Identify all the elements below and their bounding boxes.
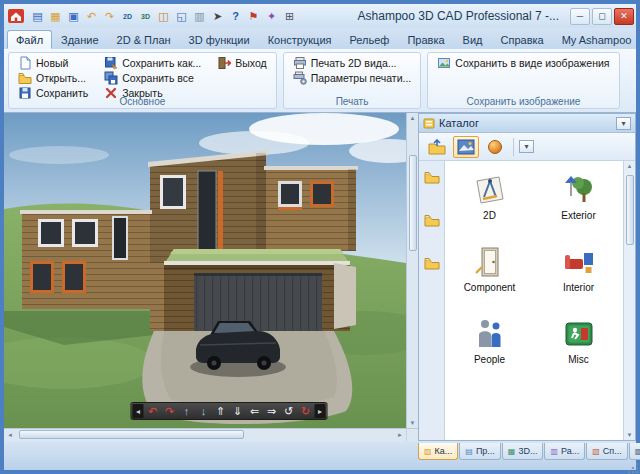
vertical-scroll-thumb[interactable] — [409, 155, 417, 251]
catalog-item-label: Component — [464, 282, 516, 293]
catalog-item-interior[interactable]: Interior — [534, 245, 623, 293]
minimize-button[interactable]: ─ — [570, 8, 590, 25]
view-2d-icon[interactable]: 2D — [119, 8, 136, 25]
new-project-icon[interactable]: ▤ — [29, 8, 46, 25]
redo-icon[interactable]: ↷ — [101, 8, 118, 25]
save-all-button[interactable]: Сохранить все — [102, 70, 203, 85]
tilt-down-icon[interactable]: ↓ — [196, 404, 212, 419]
catalog-vertical-scrollbar[interactable]: ▲ ▼ — [623, 161, 635, 440]
scroll-up-icon[interactable]: ▲ — [627, 163, 633, 169]
move-down-icon[interactable]: ⇓ — [230, 404, 246, 419]
horizontal-scroll-track[interactable] — [16, 429, 394, 441]
move-right-icon[interactable]: ⇒ — [264, 404, 280, 419]
panel-menu-button[interactable]: ▾ — [616, 117, 631, 130]
print-2d-button[interactable]: Печать 2D вида... — [291, 55, 414, 70]
scene-3d-house[interactable] — [4, 113, 406, 428]
open-label: Открыть... — [36, 72, 86, 84]
panel-tab-label: Ка... — [435, 446, 453, 456]
window-cascade-icon[interactable]: ◱ — [173, 8, 190, 25]
panel-tab-panel[interactable]: ▩ Па... — [629, 443, 640, 460]
up-level-icon — [428, 139, 446, 155]
catalog-item-people[interactable]: People — [445, 317, 534, 365]
panel-tab-work[interactable]: ▥ Ра... — [544, 443, 585, 460]
horizontal-scroll-thumb[interactable] — [19, 430, 244, 439]
catalog-folder-strip — [419, 161, 445, 440]
save-as-label: Сохранить как... — [122, 57, 201, 69]
select-tool-icon[interactable]: ➤ — [209, 8, 226, 25]
close-button[interactable]: ✕ — [614, 8, 634, 25]
open-project-icon[interactable]: ▦ — [47, 8, 64, 25]
tab-2d-plan[interactable]: 2D & План — [108, 30, 180, 49]
ribbon-group-print: Печать 2D вида... Параметры печати... Пе… — [283, 52, 422, 109]
scroll-up-icon[interactable]: ▲ — [410, 115, 416, 121]
tab-building[interactable]: Здание — [52, 30, 108, 49]
orbit-left-icon[interactable]: ↺ — [281, 404, 297, 419]
maximize-button[interactable]: ◻ — [592, 8, 612, 25]
viewport-nav-toolbar: ◂ ↶ ↷ ↑ ↓ ⇑ ⇓ ⇐ ⇒ ↺ ↻ ▸ — [131, 402, 328, 420]
tab-construction[interactable]: Конструкция — [259, 30, 341, 49]
save-as-button[interactable]: Сохранить как... — [102, 55, 203, 70]
window-grid-icon[interactable]: ▥ — [191, 8, 208, 25]
move-up-icon[interactable]: ⇑ — [213, 404, 229, 419]
folder-icon[interactable] — [424, 171, 440, 184]
tab-terrain[interactable]: Рельеф — [341, 30, 399, 49]
scroll-down-icon[interactable]: ▼ — [410, 420, 416, 426]
tab-3d-functions[interactable]: 3D функции — [180, 30, 259, 49]
folder-icon[interactable] — [424, 257, 440, 270]
rotate-left-icon[interactable]: ↶ — [145, 404, 161, 419]
orbit-right-icon[interactable]: ↻ — [298, 404, 314, 419]
tab-help[interactable]: Справка — [492, 30, 553, 49]
measure-tool-icon[interactable]: ⊞ — [281, 8, 298, 25]
tab-my-ashampoo[interactable]: My Ashampoo — [553, 30, 640, 49]
scroll-down-icon[interactable]: ▼ — [627, 432, 633, 438]
tilt-up-icon[interactable]: ↑ — [179, 404, 195, 419]
catalog-item-misc[interactable]: Misc — [534, 317, 623, 365]
save-project-icon[interactable]: ▣ — [65, 8, 82, 25]
new-page-icon — [18, 56, 32, 70]
catalog-item-label: People — [474, 354, 505, 365]
viewport-vertical-scrollbar[interactable]: ▲ ▼ — [406, 113, 418, 428]
panel-tab-catalog[interactable]: ▨ Ка... — [418, 443, 458, 460]
folder-icon[interactable] — [424, 214, 440, 227]
catalog-item-2d[interactable]: 2D — [445, 173, 534, 221]
print-settings-button[interactable]: Параметры печати... — [291, 70, 414, 85]
scroll-right-icon[interactable]: ► — [394, 432, 406, 438]
catalog-toolbar: ▾ — [419, 133, 635, 161]
flag-tool-icon[interactable]: ⚑ — [245, 8, 262, 25]
catalog-dropdown-button[interactable]: ▾ — [519, 140, 534, 153]
undo-icon[interactable]: ↶ — [83, 8, 100, 25]
exit-button[interactable]: Выход — [215, 55, 268, 70]
open-button[interactable]: Открыть... — [16, 70, 90, 85]
resize-grip[interactable] — [627, 461, 639, 473]
tab-file[interactable]: Файл — [7, 30, 52, 49]
move-left-icon[interactable]: ⇐ — [247, 404, 263, 419]
panel-tabs: ▨ Ка... ▤ Пр... ▦ 3D... ▥ Ра... ▧ Сп... … — [418, 443, 640, 460]
viewport-3d[interactable]: ▲ ▼ ◂ ↶ ↷ ↑ ↓ ⇑ ⇓ ⇐ ⇒ ↺ ↻ ▸ — [4, 113, 418, 428]
tab-view[interactable]: Вид — [454, 30, 492, 49]
nav-scroll-left-button[interactable]: ◂ — [133, 404, 144, 418]
viewport-horizontal-scrollbar[interactable]: ◄ ► — [4, 428, 418, 441]
category-2d-icon — [473, 173, 507, 207]
new-button[interactable]: Новый — [16, 55, 90, 70]
rotate-right-icon[interactable]: ↷ — [162, 404, 178, 419]
window-tile-icon[interactable]: ◫ — [155, 8, 172, 25]
catalog-view-button[interactable] — [453, 136, 479, 158]
panel-tab-icon: ▩ — [635, 447, 640, 456]
catalog-item-component[interactable]: Component — [445, 245, 534, 293]
bottom-bar: ▨ Ка... ▤ Пр... ▦ 3D... ▥ Ра... ▧ Сп... … — [4, 441, 636, 470]
panel-tab-3d[interactable]: ▦ 3D... — [502, 443, 544, 460]
catalog-item-exterior[interactable]: Exterior — [534, 173, 623, 221]
materials-button[interactable] — [482, 136, 508, 158]
print-settings-label: Параметры печати... — [311, 72, 412, 84]
save-as-image-button[interactable]: Сохранить в виде изображения — [435, 55, 611, 70]
nav-scroll-right-button[interactable]: ▸ — [315, 404, 326, 418]
tab-edit[interactable]: Правка — [398, 30, 453, 49]
up-level-button[interactable] — [424, 136, 450, 158]
scroll-left-icon[interactable]: ◄ — [4, 432, 16, 438]
view-3d-icon[interactable]: 3D — [137, 8, 154, 25]
catalog-scroll-thumb[interactable] — [626, 175, 634, 245]
panel-tab-help[interactable]: ▧ Сп... — [586, 443, 627, 460]
render-tool-icon[interactable]: ✦ — [263, 8, 280, 25]
panel-tab-projects[interactable]: ▤ Пр... — [459, 443, 501, 460]
context-help-icon[interactable]: ? — [227, 8, 244, 25]
